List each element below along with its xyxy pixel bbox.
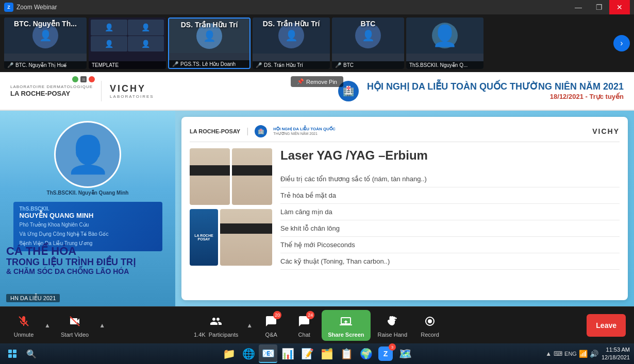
tray-expand-icon[interactable]: ▲ xyxy=(545,350,552,357)
svg-point-3 xyxy=(428,319,432,323)
taskbar-center: 📁 🌐 📧 📊 📝 🗂️ 📋 🌍 Z 3 🗺️ xyxy=(220,344,414,363)
speaker-small-name: ThS.BSCKII. Nguyễn Quang Minh xyxy=(47,190,129,196)
thumb-pgs-bar: 🎤 PGS.TS. Lê Hữu Doanh xyxy=(169,60,249,68)
mic-icon-pgs: 🎤 xyxy=(172,61,178,67)
mic-off-icon: 🎤 xyxy=(7,62,13,68)
maximize-button[interactable]: ❐ xyxy=(589,0,609,14)
taskbar-explorer[interactable]: 📁 xyxy=(220,344,238,363)
censor-bar-1 xyxy=(190,165,230,176)
mic-btc2-icon: 🎤 xyxy=(335,62,341,68)
slide-logos: LABORATOIRE DERMATOLOGIQUE LA ROCHE-POSA… xyxy=(10,81,154,101)
laser-title: Laser YAG /YAG –Erbium xyxy=(280,148,620,163)
taskbar-search-button[interactable]: 🔍 xyxy=(23,345,40,362)
leave-button[interactable]: Leave xyxy=(587,314,626,337)
raise-hand-label: Raise Hand xyxy=(378,332,407,338)
slide-container: 📌 Remove Pin ⊞ LABORATOIRE DERMATOLOGIQU… xyxy=(0,72,634,306)
r-divider: | xyxy=(246,127,248,136)
thumb-template-bar: TEMPLATE xyxy=(89,61,166,69)
thumb-name-bar: 🎤 BTC. Nguyễn Thị Huế xyxy=(4,61,87,69)
grid-icon: ⊞ xyxy=(80,76,87,82)
share-screen-icon xyxy=(338,313,354,330)
toolbar-left: Unmute ▲ Start Video ▲ xyxy=(8,310,106,341)
record-label: Record xyxy=(421,332,439,338)
thumbnail-template[interactable]: 👤 👤 👤 👤 TEMPLATE xyxy=(89,18,166,69)
r-conf-title: HỘI NGHỊ DA LIỄU TOÀN QUỐC THƯỜNG NIÊN N… xyxy=(273,127,335,136)
zoom-logo-icon: Z xyxy=(4,3,13,12)
video-caret[interactable]: ▲ xyxy=(98,317,106,334)
thumb-template-name: TEMPLATE xyxy=(92,62,119,68)
speaker-dept2: Và Ứng Dụng Công Nghệ Tế Bào Gốc xyxy=(20,231,156,238)
treatment-item-6: Các kỹ thuật (Toning, Than carbon..) xyxy=(280,253,620,270)
left-panel: 👤 ThS.BSCKII. Nguyễn Quang Minh ThS.BSCK… xyxy=(0,111,175,306)
pres-title-2: TRONG LIỆU TRÌNH ĐIỀU TRỊ xyxy=(6,257,169,268)
chat-button[interactable]: 24 Chat xyxy=(289,310,320,341)
share-svg xyxy=(340,315,352,327)
slide-header-right: 🏥 HỘI NGHỊ DA LIỄU TOÀN QUỐC THƯỜNG NIÊN… xyxy=(338,81,624,101)
taskbar-mail[interactable]: 📧 xyxy=(259,344,277,363)
participants-icon xyxy=(208,313,224,330)
face-4: 👤 xyxy=(128,36,164,52)
product-photo-row2: LA ROCHE POSAY xyxy=(190,209,272,266)
qa-button[interactable]: 20 Q&A xyxy=(256,310,287,341)
pres-title-1: CÁ THỂ HÓA xyxy=(6,245,169,257)
mic-ds-icon: 🎤 xyxy=(256,62,262,68)
minimize-button[interactable]: — xyxy=(568,0,589,14)
speaker-avatar: 👤 xyxy=(65,136,110,172)
chat-badge: 24 xyxy=(306,311,314,319)
unmute-button[interactable]: Unmute xyxy=(8,310,39,341)
thumbnail-btc2[interactable]: 👤 BTC 🎤 BTC xyxy=(332,18,404,69)
participants-caret[interactable]: ▲ xyxy=(245,317,254,334)
taskbar-maps[interactable]: 🗺️ xyxy=(396,344,414,363)
qa-badge: 20 xyxy=(273,311,281,319)
app-title-bar: Z Zoom Webinar — ❐ ✕ xyxy=(0,0,634,14)
taskbar-clock[interactable]: 11:53 AM 12/18/2021 xyxy=(602,346,630,362)
slide-body: 👤 ThS.BSCKII. Nguyễn Quang Minh ThS.BSCK… xyxy=(0,111,634,306)
speaker-title-label: ThS.BSCKII. xyxy=(20,206,156,212)
wifi-icon: 📶 xyxy=(579,350,588,358)
volume-icon: 🔊 xyxy=(590,350,598,358)
unmute-caret[interactable]: ▲ xyxy=(43,317,52,334)
toolbar-right: Leave xyxy=(587,314,626,337)
app-title-text: Zoom Webinar xyxy=(16,4,57,11)
taskbar-office[interactable]: 📊 xyxy=(278,344,297,363)
chat-label: Chat xyxy=(298,332,310,338)
pin-indicators: ⊞ xyxy=(72,76,95,82)
taskbar-edge[interactable]: 🌐 xyxy=(239,344,258,363)
taskbar-files[interactable]: 🗂️ xyxy=(318,344,336,363)
product-label: LA ROCHE POSAY xyxy=(192,234,216,241)
taskbar-powerpoint[interactable]: 📋 xyxy=(337,344,356,363)
thumb-ds-top: DS. Trần Hữu Trí xyxy=(253,20,330,28)
taskbar-zoom[interactable]: Z 3 xyxy=(376,344,395,363)
windows-taskbar: 🔍 📁 🌐 📧 📊 📝 🗂️ 📋 🌍 Z 3 🗺️ ▲ ⌨ ENG 📶 🔊 11… xyxy=(0,343,634,364)
record-button[interactable]: Record xyxy=(414,310,445,341)
red-dot xyxy=(89,76,95,82)
thumb-btc2-top: BTC xyxy=(332,20,404,28)
avatar-ths: 👤 xyxy=(432,23,458,48)
close-button[interactable]: ✕ xyxy=(609,0,630,14)
content-column: Laser YAG /YAG –Erbium Điều trị các tổn … xyxy=(280,148,620,292)
thumbnail-ds-tran[interactable]: 👤 DS. Trần Hữu Trí 🎤 DS. Trần Hữu Trí xyxy=(253,18,330,69)
zoom-badge: 3 xyxy=(389,343,396,351)
start-video-button[interactable]: Start Video xyxy=(56,310,94,341)
share-screen-button[interactable]: Share Screen xyxy=(322,310,370,341)
thumbnail-ths-bsckii[interactable]: 👤 ThS.BSCKII. Nguyễn Q... xyxy=(406,18,483,69)
system-tray: ▲ ⌨ ENG 📶 🔊 xyxy=(545,350,598,358)
pres-title-3: & CHĂM SÓC DA CHỐNG LÃO HÓA xyxy=(6,268,169,275)
taskbar-chrome[interactable]: 🌍 xyxy=(357,344,375,363)
thumbnail-pgs-le[interactable]: 👤 DS. Trần Hữu Trí 🎤 PGS.TS. Lê Hữu Doan… xyxy=(168,18,251,69)
thumbnail-btc-nguyen[interactable]: 👤 BTC. Nguyễn Th... 🎤 BTC. Nguyễn Thị Hu… xyxy=(4,18,87,69)
clock-date: 12/18/2021 xyxy=(602,354,630,361)
raise-hand-button[interactable]: Raise Hand xyxy=(373,310,412,341)
taskbar-right: ▲ ⌨ ENG 📶 🔊 11:53 AM 12/18/2021 xyxy=(545,346,630,362)
green-dot xyxy=(72,76,78,82)
video-svg xyxy=(69,315,81,327)
remove-pin-button[interactable]: 📌 Remove Pin xyxy=(291,76,343,87)
participants-button[interactable]: 1.4K Participants xyxy=(189,310,243,341)
face-before xyxy=(190,148,230,205)
right-logos: LA ROCHE-POSAY | 🏥 HỘI NGHỊ DA LIỄU TOÀN… xyxy=(190,125,336,137)
start-button[interactable] xyxy=(4,345,21,362)
taskbar-word[interactable]: 📝 xyxy=(298,344,316,363)
taskbar-left: 🔍 xyxy=(4,345,40,362)
record-svg xyxy=(424,315,436,327)
next-thumbnail-button[interactable]: › xyxy=(613,35,630,51)
